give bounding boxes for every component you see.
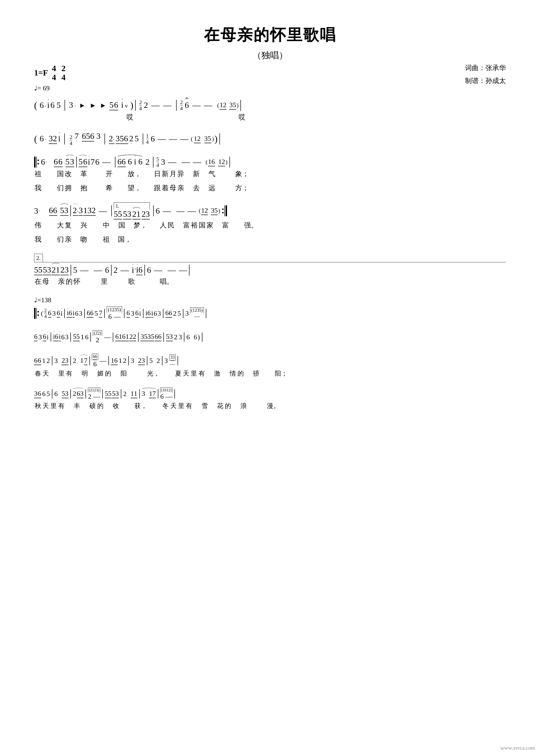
line-5-lyrics: 在母 亲的怀 里 歌 唱。 [34,277,506,286]
fast-line-3-lyrics-1: 春天 里 有 明 媚 的 阳 光， 夏天 里 有 激 情 的 骄 阳； [34,369,506,378]
subtitle: （独唱） [253,51,288,60]
score-container: 在母亲的怀里歌唱 （独唱） 1=F 4 4 2 4 词曲：张承华 制谱：孙成太 … [20,15,520,430]
watermark: www.xtvca.com [500,745,535,751]
line-3-notes: 6· 66 53 56 i· 7 6 — 66 [34,156,506,168]
fast-line-2: 6 3 6 i· i·6 i· 6 3 55 1 6 (22) 2 — 6161… [34,330,506,344]
repeat-start [34,157,39,168]
line-1: ( 6· i· 6 5 3· ► ► ► 5 6 i· v ) [34,99,506,122]
barline [135,100,136,111]
tempo-marking: ♩= 69 [34,84,506,92]
fast-line-4: 36 6 5 6 53 2 63 (2123) 2— 55 53 [34,388,506,410]
fast-line-3: 66 1 2 3 23 2 1 7 66 6 — 16 [34,354,506,378]
line-3: 6· 66 53 56 i· 7 6 — 66 [34,156,506,192]
fast-line-4-lyrics-1: 秋天 里 有 丰 硕 的 收 获， 冬天 里 有 雪 花 的 浪 漫。 [34,402,506,410]
line-4-notes: 3· 66 53 2· 3 132 — 1. 55 53 [34,202,506,219]
line-3-lyrics-1: 祖 国改 革 开 放， 日新月异 新 气 象； [34,169,506,179]
page-title: 在母亲的怀里歌唱 [204,26,337,44]
repeat-start-fast [34,308,39,319]
fast-line-3-notes: 66 1 2 3 23 2 1 7 66 6 — 16 [34,354,506,368]
fast-line-2-notes: 6 3 6 i· i·6 i· 6 3 55 1 6 (22) 2 — 6161… [34,330,506,344]
repeat-end [222,205,227,216]
line-4-lyrics-1: 伟 大复 兴 中 国 梦， 人民 富裕国家 富 强。 [34,221,506,230]
key-signature: 1=F [34,68,48,77]
arranger-label: 制谱：孙成太 [465,74,506,87]
line-4-lyrics-2: 我 们亲 吻 祖 国， [34,235,506,244]
fast-line-1-notes: ( 24 6 3 6 i· i·6 i· 6 3 66 5 7 (1235) 6… [34,307,506,320]
time-sig-2-4: 2 4 [62,64,66,82]
line-4: 3· 66 53 2· 3 132 — 1. 55 53 [34,202,506,244]
composer-label: 词曲：张承华 [465,62,506,74]
tempo2-marking: ♩=138 [34,296,506,304]
line-1-lyrics: 哎 哎 [34,112,506,122]
line-5-volta2: 55 53 21 23 5 — — 6 2 — i· ' i·6 6 [34,262,506,286]
fast-line-4-notes: 36 6 5 6 53 2 63 (2123) 2— 55 53 [34,388,506,400]
line-5-notes: 55 53 21 23 5 — — 6 2 — i· ' i·6 6 [34,265,506,276]
credits: 词曲：张承华 制谱：孙成太 [465,62,506,87]
fast-line-1: ( 24 6 3 6 i· i·6 i· 6 3 66 5 7 (1235) 6… [34,307,506,320]
barline [65,100,65,111]
line-2: ( 6· 3·2 i· 24 7· 656 3 2· 356 2· 5 [34,132,506,146]
time-sig-4-4: 4 4 [52,64,56,82]
barline [176,100,177,111]
barline [240,100,241,111]
line-1-notes: ( 6· i· 6 5 3· ► ► ► 5 6 i· v ) [34,99,506,111]
line-2-notes: ( 6· 3·2 i· 24 7· 656 3 2· 356 2· 5 [34,132,506,146]
line-3-lyrics-2: 我 们拥 抱 希 望， 跟着母亲 去 远 方； [34,184,506,192]
